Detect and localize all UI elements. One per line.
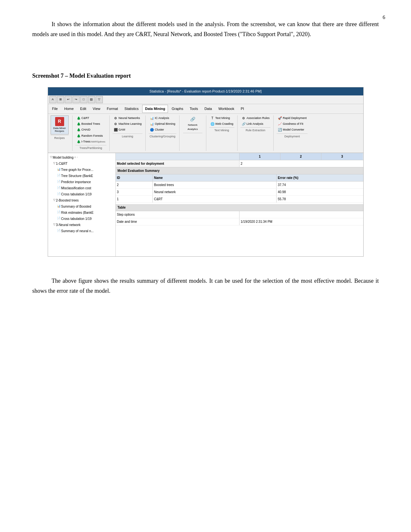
deployment-group-label: Deployment <box>277 133 308 139</box>
tree-cross-tab-2[interactable]: 📄 Cross tabulation 1/19 <box>49 216 114 222</box>
tree-tree-structure[interactable]: 📄 Tree Structure (BankE <box>49 173 114 179</box>
gam-label: GAM <box>119 127 125 132</box>
optimal-binning-button[interactable]: 📊 Optimal Binning <box>149 121 176 127</box>
ribbon-group-recipes: R Data MinerRecipes Recipes <box>49 115 70 141</box>
itrees-button[interactable]: 🌲 I-Trees MARSplines <box>75 139 106 144</box>
boosted-trees-label: Boosted Trees <box>82 122 100 126</box>
text-mining-group-label: Text Mining <box>209 127 234 133</box>
tree-misclassification[interactable]: 📄 Misclassification cost <box>49 185 114 191</box>
cluster-label: Cluster <box>155 127 164 132</box>
label-tree-graph: Tree graph for Proce... <box>61 167 93 172</box>
optimal-binning-label: Optimal Binning <box>155 122 175 126</box>
tree-doc-icon-2: 📄 <box>57 179 61 184</box>
toolbar-icon-grid[interactable]: ⊞ <box>57 96 64 103</box>
goodness-of-fit-button[interactable]: 📈 Goodness of Fit <box>277 121 308 127</box>
tree-risk-estimates[interactable]: 📄 Risk estimates (BankE <box>49 210 114 216</box>
toolbar-icon-undo[interactable]: ↩ <box>65 96 72 103</box>
tree-doc-icon-6: 📄 <box>57 216 61 221</box>
toolbar-icon-b1[interactable]: □ <box>80 96 87 103</box>
cart-button[interactable]: 🌲 C&RT <box>75 115 106 121</box>
text-mining-label: Text Mining <box>215 116 230 121</box>
menu-workbook[interactable]: Workbook <box>215 105 237 113</box>
link-analysis-button[interactable]: 🔗 Link Analysis <box>240 121 271 127</box>
toolbar-icon-dropdown[interactable]: ▽ <box>96 96 103 103</box>
association-rules-button[interactable]: ⚙ Association Rules <box>240 115 271 121</box>
itrees-label: I-Trees <box>82 139 91 144</box>
menu-data[interactable]: Data <box>201 105 215 113</box>
model-converter-button[interactable]: 🔄 Model Converter <box>277 127 308 133</box>
association-rules-label: Association Rules <box>247 116 270 121</box>
recipes-group-label: Recipes <box>51 135 69 141</box>
tree-model-building[interactable]: ▽ Model building ∧ ‹ <box>49 154 114 161</box>
label-risk-estimates: Risk estimates (BankE <box>61 210 94 215</box>
machine-learning-label: Machine Learning <box>119 122 142 126</box>
tree-predictor-importance[interactable]: 📄 Predictor importance <box>49 179 114 185</box>
network-group-label <box>183 133 202 133</box>
tree-2-boosted[interactable]: ▽ 2-Boosted trees <box>49 197 114 203</box>
gam-button[interactable]: ⬛ GAM <box>113 127 143 133</box>
label-tree-structure: Tree Structure (BankE <box>61 173 93 179</box>
toolbar-icon-a[interactable]: A <box>49 96 56 103</box>
ic-analysis-button[interactable]: 📊 IC Analysis <box>149 115 176 121</box>
network-label: NetworkAnalytics <box>188 123 198 132</box>
body-paragraph-1: It shows the information about the diffe… <box>32 19 379 39</box>
menu-file[interactable]: File <box>49 105 61 113</box>
date-value: 1/19/2020 2:31:34 PM <box>240 218 363 225</box>
menu-data-mining[interactable]: Data Mining <box>142 105 168 113</box>
web-crawling-button[interactable]: 🌐 Web Crawling <box>209 121 234 127</box>
eval-summary-header: Model Evaluation Summary <box>116 167 363 174</box>
col-header-empty <box>116 153 240 160</box>
toolbar-icon-b2[interactable]: ▤ <box>88 96 95 103</box>
clustering-items: 📊 IC Analysis 📊 Optimal Binning 🔵 Cluste… <box>149 115 176 133</box>
network-analytics-button[interactable]: 🔗 NetworkAnalytics <box>187 115 199 132</box>
neural-networks-button[interactable]: ⚙ Neural Networks <box>113 115 143 121</box>
random-forests-button[interactable]: 🌲 Random Forests <box>75 133 106 139</box>
menu-statistics[interactable]: Statistics <box>122 105 142 113</box>
collapse-arrow: ∧ ‹ <box>74 155 78 160</box>
data-miner-recipes-button[interactable]: R Data MinerRecipes <box>51 115 69 134</box>
text-mining-button[interactable]: T Text Mining <box>209 115 234 121</box>
web-crawling-icon: 🌐 <box>210 122 215 126</box>
cell-error-neural: 40.98 <box>277 189 363 195</box>
clustering-group-label: Clustering/Grouping <box>149 133 176 139</box>
menu-edit[interactable]: Edit <box>77 105 89 113</box>
menu-pi[interactable]: PI <box>238 105 247 113</box>
col-header-1: 1 <box>240 153 280 160</box>
tree-cross-tab-1[interactable]: 📄 Cross tabulation 1/19 <box>49 191 114 197</box>
rule-items: ⚙ Association Rules 🔗 Link Analysis <box>240 115 271 127</box>
title-bar: Statistica - [Results* - Evaluation repo… <box>48 87 363 95</box>
ribbon-group-trees: 🌲 C&RT 🌲 Boosted Trees 🌲 CHAID 🌲 Random … <box>75 115 107 152</box>
chaid-label: CHAID <box>82 127 91 132</box>
label-cross-tab-2: Cross tabulation 1/19 <box>61 216 92 222</box>
quick-access-toolbar: A ⊞ ↩ ↪ □ ▤ ▽ <box>48 95 363 104</box>
tree-tree-graph[interactable]: 📊 Tree graph for Proce... <box>49 167 114 173</box>
tree-summary-neural[interactable]: 📄 Summary of neural n... <box>49 228 114 234</box>
rule-group-label: Rule Extraction <box>240 127 271 133</box>
cluster-icon: 🔵 <box>150 128 154 132</box>
tree-summary-boosted[interactable]: 📊 Summary of Boosted <box>49 203 114 210</box>
data-miner-label: Data MinerRecipes <box>53 127 66 133</box>
rapid-deployment-button[interactable]: 🚀 Rapid Deployment <box>277 115 308 121</box>
menu-home[interactable]: Home <box>61 105 76 113</box>
chaid-button[interactable]: 🌲 CHAID <box>75 127 106 133</box>
menu-tools[interactable]: Tools <box>187 105 201 113</box>
toolbar-icon-redo[interactable]: ↪ <box>73 96 80 103</box>
itrees-icon: 🌲 <box>76 140 81 144</box>
association-rules-icon: ⚙ <box>241 116 246 120</box>
menu-format[interactable]: Format <box>104 105 121 113</box>
screenshot-label: Screenshot 7 – Model Evaluation report <box>32 71 379 81</box>
cluster-button[interactable]: 🔵 Cluster <box>149 127 176 133</box>
model-building-label: Model building <box>53 155 74 160</box>
goodness-of-fit-label: Goodness of Fit <box>283 122 303 126</box>
body-paragraph-2: The above figure shows the results summa… <box>32 276 379 296</box>
col-header-2: 2 <box>280 153 321 160</box>
menu-view[interactable]: View <box>90 105 103 113</box>
trees-group-label: Trees/Partitioning <box>75 145 106 151</box>
machine-learning-button[interactable]: ⚙ Machine Learning <box>113 121 143 127</box>
marsplines-label: MARSplines <box>91 140 105 144</box>
menu-graphs[interactable]: Graphs <box>169 105 186 113</box>
deployment-row: Model selected for deployment 2 <box>116 160 363 167</box>
tree-1-cart[interactable]: ▽ 1-C&RT <box>49 161 114 167</box>
tree-3-neural[interactable]: ▽ 3-Neural network <box>49 222 114 228</box>
boosted-trees-button[interactable]: 🌲 Boosted Trees <box>75 121 106 127</box>
